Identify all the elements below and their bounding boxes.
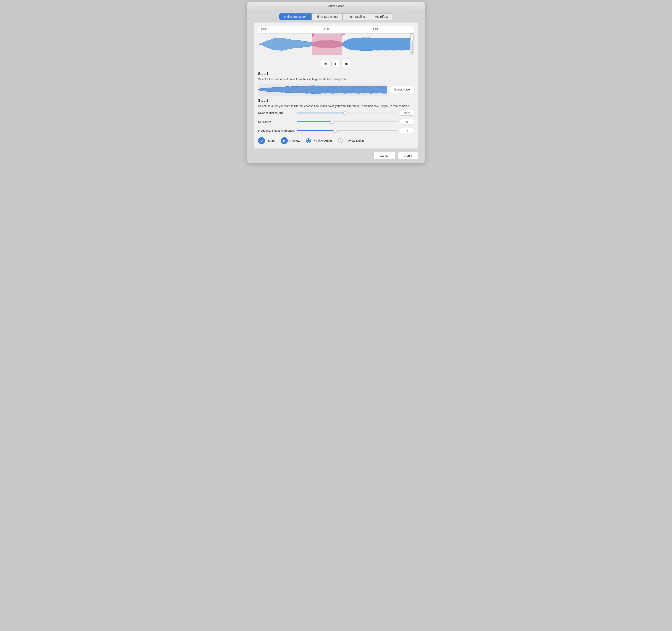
noise-reduction-thumb[interactable] (343, 111, 347, 115)
step2-description: Select the audio you want to filtered, c… (258, 104, 414, 108)
scrollbar-fill (412, 42, 412, 51)
waveform-svg (258, 33, 410, 55)
sensitivity-slider[interactable] (297, 120, 397, 124)
sensitivity-label: Sensitivity (258, 120, 297, 123)
svg-rect-3 (312, 34, 313, 37)
window-title: Audio Editor (329, 4, 344, 7)
noise-reduction-label: Noise reduction(dB) (258, 111, 297, 115)
noise-waveform[interactable] (258, 83, 387, 96)
sensitivity-track (297, 121, 397, 122)
select-noise-button[interactable]: Select Noise (390, 86, 414, 93)
scrollbar-thumb[interactable] (410, 34, 413, 41)
preview-audio-button[interactable]: Preview Audio (306, 138, 332, 143)
frequency-smoothing-fill (297, 130, 335, 131)
main-panel: 00:00 ▾ 00:15 00:30 (254, 23, 418, 148)
step1-section: Step 1 Select a few seconds of noise fro… (258, 72, 414, 96)
preview-label: Preview (289, 139, 300, 142)
preview-button[interactable]: ▶ Preview (281, 137, 300, 144)
sensitivity-thumb[interactable] (330, 120, 334, 124)
noise-reduction-track (297, 113, 397, 114)
sliders-section: Noise reduction(dB) Sensitivity (258, 110, 414, 134)
tab-pitch-scaling[interactable]: Pitch Scaling (342, 14, 370, 20)
cancel-button[interactable]: Cancel (374, 152, 395, 159)
skip-back-button[interactable]: ⏮ (321, 60, 330, 67)
tab-au-effect[interactable]: AU Effect (370, 14, 393, 20)
preview-icon: ▶ (281, 137, 288, 144)
step2-label: Step 2 (258, 99, 414, 103)
frequency-smoothing-row: Frequency smoothing(bands) (258, 128, 414, 134)
skip-forward-button[interactable]: ⏭ (342, 60, 351, 67)
tab-time-stretching[interactable]: Time Stretching (312, 14, 343, 20)
preview-noise-label: Preview Noise (344, 139, 364, 142)
audio-editor-window: Audio Editor Noise Reduction Time Stretc… (247, 2, 425, 163)
timeline-label-15: 00:15 (323, 28, 330, 30)
timeline-marker-0: ▾ (261, 30, 262, 32)
waveform-section: 00:00 ▾ 00:15 00:30 (258, 26, 414, 55)
apply-button[interactable]: Apply (398, 152, 418, 159)
waveform-scrollbar[interactable]: ⠿ (410, 33, 414, 55)
preview-noise-radio[interactable] (338, 138, 343, 143)
frequency-smoothing-slider[interactable] (297, 128, 397, 133)
preview-audio-label: Preview Audio (313, 139, 332, 142)
noise-reduction-row: Noise reduction(dB) (258, 110, 414, 116)
step1-description: Select a few seconds of noise from the c… (258, 77, 414, 81)
reset-label: Reset (267, 139, 275, 142)
preview-audio-radio-fill (307, 139, 310, 142)
noise-waveform-row: Select Noise (258, 83, 414, 96)
sensitivity-fill (297, 121, 332, 122)
svg-rect-4 (342, 34, 345, 34)
noise-waveform-svg (258, 83, 387, 96)
sensitivity-value[interactable] (400, 119, 414, 124)
play-icon: ▶ (335, 62, 337, 65)
preview-noise-button[interactable]: Preview Noise (338, 138, 364, 143)
preview-audio-radio[interactable] (306, 138, 311, 143)
timeline-label-30: 00:30 (372, 28, 378, 30)
tab-noise-reduction[interactable]: Noise Reduction (279, 14, 312, 20)
frequency-smoothing-value[interactable] (400, 128, 414, 134)
noise-reduction-value[interactable] (400, 110, 414, 116)
skip-forward-icon: ⏭ (345, 62, 348, 65)
scrollbar-bottom-icon: ⠿ (411, 51, 413, 55)
skip-back-icon: ⏮ (324, 62, 327, 65)
sensitivity-row: Sensitivity (258, 119, 414, 124)
waveform-canvas[interactable] (258, 33, 410, 55)
play-button[interactable]: ▶ (332, 60, 340, 67)
frequency-smoothing-label: Frequency smoothing(bands) (258, 129, 297, 132)
tabs-row: Noise Reduction Time Stretching Pitch Sc… (247, 10, 425, 23)
footer: Cancel Apply (247, 148, 425, 163)
waveform-container[interactable]: ⠿ (258, 33, 414, 55)
noise-reduction-slider[interactable] (297, 111, 397, 115)
reset-button[interactable]: ↺ Reset (258, 137, 275, 144)
frequency-smoothing-track (297, 130, 397, 131)
step1-label: Step 1 (258, 72, 414, 76)
reset-icon: ↺ (258, 137, 265, 144)
frequency-smoothing-thumb[interactable] (333, 129, 337, 132)
transport-controls: ⏮ ▶ ⏭ (258, 58, 414, 69)
title-bar: Audio Editor (247, 2, 425, 10)
bottom-controls: ↺ Reset ▶ Preview Preview Audio Preview … (258, 137, 414, 144)
timeline: 00:00 ▾ 00:15 00:30 (258, 26, 414, 33)
svg-rect-5 (342, 34, 342, 37)
step2-section: Step 2 Select the audio you want to filt… (258, 99, 414, 144)
noise-reduction-fill (297, 113, 345, 114)
